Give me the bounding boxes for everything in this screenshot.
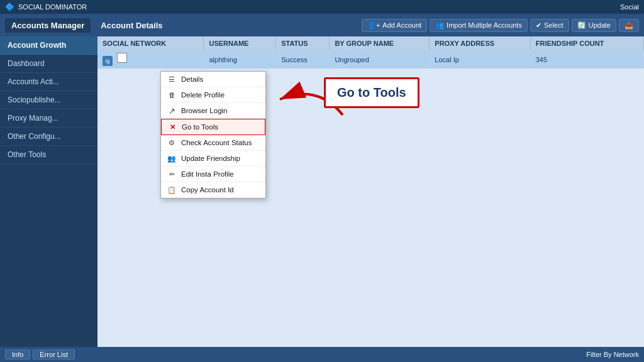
add-account-button[interactable]: 👤+ Add Account: [362, 19, 427, 32]
export-icon: 📤: [625, 21, 633, 30]
col-group-name: BY GROUP NAME: [330, 36, 430, 50]
filter-by-network-label: Filter By Network: [586, 351, 639, 358]
cell-friendship-count: 345: [530, 50, 643, 69]
edit-icon: ✏: [167, 170, 176, 178]
people-icon: 👥: [435, 21, 444, 30]
sidebar-item-dashboard[interactable]: Dashboard: [0, 55, 97, 73]
browser-icon: ↗: [167, 106, 176, 115]
table-container: SOCIAL NETWORK USERNAME STATUS BY GROUP …: [97, 36, 644, 69]
app-name: SOCIAL DOMINATOR: [18, 3, 87, 11]
friendship-icon: 👥: [167, 154, 176, 163]
status-bar: Info Error List Filter By Network: [0, 347, 644, 362]
info-tab[interactable]: Info: [5, 349, 30, 359]
delete-icon: 🗑: [167, 90, 176, 99]
main-layout: Account Growth Dashboard Accounts Acti..…: [0, 36, 644, 347]
person-plus-icon: 👤+: [367, 21, 380, 30]
cell-social-network: ig: [97, 50, 204, 69]
sidebar-item-sociopublisher[interactable]: Sociopublishe...: [0, 91, 97, 109]
col-proxy-address: PROXY ADDRESS: [430, 36, 530, 50]
context-menu-copy-account-id[interactable]: 📋 Copy Account Id: [161, 182, 265, 198]
col-username: USERNAME: [204, 36, 276, 50]
import-multiple-button[interactable]: 👥 Import Multiple Accounts: [430, 19, 528, 32]
title-bar-left: 🔷 SOCIAL DOMINATOR: [5, 3, 87, 11]
toolbar: Accounts Manager Account Details 👤+ Add …: [0, 14, 644, 36]
export-button[interactable]: 📤: [619, 19, 639, 32]
check-status-icon: ⚙: [167, 138, 176, 147]
sidebar-item-account-growth[interactable]: Account Growth: [0, 36, 97, 55]
go-to-tools-annotation-box: Go to Tools: [324, 77, 419, 108]
context-menu-update-friendship[interactable]: 👥 Update Friendship: [161, 151, 265, 167]
instagram-icon: ig: [103, 56, 113, 66]
section-title: Accounts Manager: [5, 18, 91, 33]
accounts-table: SOCIAL NETWORK USERNAME STATUS BY GROUP …: [97, 36, 644, 69]
row-checkbox[interactable]: [117, 53, 127, 63]
col-social-network: SOCIAL NETWORK: [97, 36, 204, 50]
copy-icon: 📋: [167, 185, 176, 194]
cell-group-name: Ungrouped: [330, 50, 430, 69]
tools-icon: ✕: [168, 123, 177, 131]
details-icon: ☰: [167, 75, 176, 84]
status-bar-tabs: Info Error List: [5, 349, 75, 359]
sidebar-item-other-tools[interactable]: Other Tools: [0, 146, 97, 164]
content-title: Account Details: [101, 21, 162, 30]
col-status: STATUS: [276, 36, 330, 50]
sidebar-item-other-config[interactable]: Other Configu...: [0, 128, 97, 146]
update-button[interactable]: 🔄 Update: [572, 19, 616, 32]
sidebar-item-proxy-manager[interactable]: Proxy Manag...: [0, 109, 97, 128]
title-bar-right: Social: [620, 3, 639, 11]
select-button[interactable]: ✔ Select: [530, 19, 569, 32]
refresh-icon: 🔄: [577, 21, 586, 30]
context-menu-edit-insta-profile[interactable]: ✏ Edit Insta Profile: [161, 167, 265, 182]
cell-username: alphthing: [204, 50, 276, 69]
table-row[interactable]: ig alphthing Success Ungrouped Local Ip …: [97, 50, 644, 69]
app-icon: 🔷: [5, 3, 14, 11]
col-friendship-count: FRIENDSHIP COUNT: [530, 36, 643, 50]
cell-proxy-address: Local Ip: [430, 50, 530, 69]
title-bar: 🔷 SOCIAL DOMINATOR Social: [0, 0, 644, 14]
content-area: SOCIAL NETWORK USERNAME STATUS BY GROUP …: [97, 36, 644, 347]
checkmark-icon: ✔: [536, 21, 541, 30]
sidebar: Account Growth Dashboard Accounts Acti..…: [0, 36, 97, 347]
sidebar-item-accounts-activity[interactable]: Accounts Acti...: [0, 73, 97, 91]
cell-status: Success: [276, 50, 330, 69]
error-list-tab[interactable]: Error List: [33, 349, 75, 359]
